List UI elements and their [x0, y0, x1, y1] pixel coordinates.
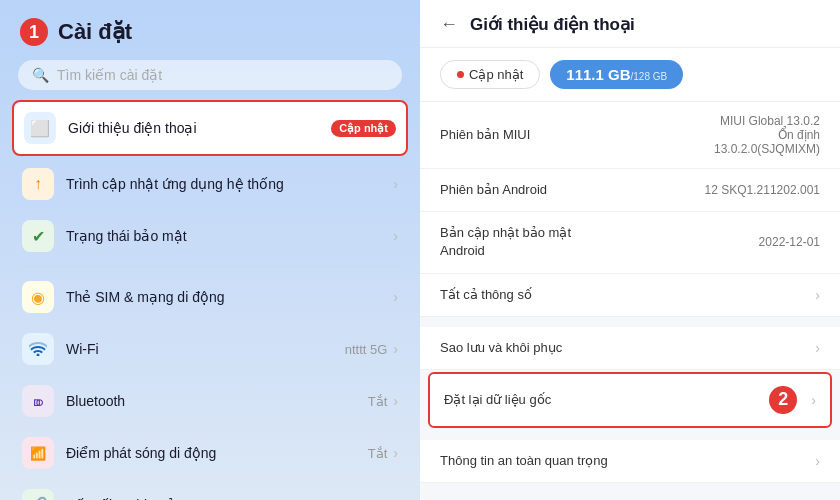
phone-icon: ⬜	[24, 112, 56, 144]
storage-sub: /128 GB	[631, 71, 668, 82]
chevron-icon: ›	[815, 340, 820, 356]
update-icon: ↑	[22, 168, 54, 200]
left-panel: 1 Cài đặt 🔍 Tìm kiếm cài đặt ⬜ Giới thiệ…	[0, 0, 420, 500]
hotspot-label: Điểm phát sóng di động	[66, 445, 356, 461]
chevron-icon: ›	[393, 445, 398, 461]
info-item-security-patch: Bản cập nhật bảo mậtAndroid 2022-12-01	[420, 212, 840, 273]
settings-item-wifi[interactable]: Wi-Fi ntttt 5G ›	[12, 323, 408, 375]
info-item-android: Phiên bản Android 12 SKQ1.211202.001	[420, 169, 840, 212]
settings-item-hotspot[interactable]: 📶 Điểm phát sóng di động Tắt ›	[12, 427, 408, 479]
factory-reset-label: Đặt lại dữ liệu gốc	[444, 391, 551, 409]
step-1-badge: 1	[20, 18, 48, 46]
hotspot-icon: 📶	[22, 437, 54, 469]
wifi-icon	[22, 333, 54, 365]
bluetooth-label: Bluetooth	[66, 393, 356, 409]
search-placeholder: Tìm kiếm cài đặt	[57, 67, 162, 83]
chevron-icon: ›	[393, 228, 398, 244]
back-button[interactable]: ←	[440, 14, 458, 35]
section-gap-2	[420, 430, 840, 440]
right-panel: ← Giới thiệu điện thoại Cập nhật 111.1 G…	[420, 0, 840, 500]
chevron-icon: ›	[393, 176, 398, 192]
android-value: 12 SKQ1.211202.001	[705, 183, 820, 197]
wifi-label: Wi-Fi	[66, 341, 333, 357]
info-list: Phiên bản MIUI MIUI Global 13.0.2Ổn định…	[420, 102, 840, 500]
settings-item-security-status[interactable]: ✔ Trạng thái bảo mật ›	[12, 210, 408, 262]
chevron-icon: ›	[811, 392, 816, 408]
chevron-icon: ›	[393, 289, 398, 305]
update-label: Cập nhật	[469, 67, 523, 82]
settings-item-sim[interactable]: ◉ Thẻ SIM & mạng di động ›	[12, 271, 408, 323]
sim-label: Thẻ SIM & mạng di động	[66, 289, 381, 305]
device-info-label: Giới thiệu điện thoại	[68, 120, 319, 136]
android-label: Phiên bản Android	[440, 181, 547, 199]
info-item-all-specs[interactable]: Tất cả thông số ›	[420, 274, 840, 317]
section-gap	[420, 317, 840, 327]
settings-item-system-update[interactable]: ↑ Trình cập nhật ứng dụng hệ thống ›	[12, 158, 408, 210]
info-item-miui: Phiên bản MIUI MIUI Global 13.0.2Ổn định…	[420, 102, 840, 169]
system-update-label: Trình cập nhật ứng dụng hệ thống	[66, 176, 381, 192]
settings-item-connections[interactable]: 🔗 Kết nối & chia sẻ ›	[12, 479, 408, 500]
left-title: Cài đặt	[58, 19, 132, 45]
left-header: 1 Cài đặt	[0, 0, 420, 54]
security-info-label: Thông tin an toàn quan trọng	[440, 452, 608, 470]
link-icon: 🔗	[22, 489, 54, 500]
all-specs-label: Tất cả thông số	[440, 286, 532, 304]
storage-bar: Cập nhật 111.1 GB/128 GB	[420, 48, 840, 102]
shield-icon: ✔	[22, 220, 54, 252]
settings-item-device-info[interactable]: ⬜ Giới thiệu điện thoại Cập nhật	[12, 100, 408, 156]
security-patch-value: 2022-12-01	[759, 235, 820, 249]
miui-value: MIUI Global 13.0.2Ổn định13.0.2.0(SJQMIX…	[714, 114, 820, 156]
security-patch-label: Bản cập nhật bảo mậtAndroid	[440, 224, 571, 260]
sim-icon: ◉	[22, 281, 54, 313]
settings-item-bluetooth[interactable]: ⎄ Bluetooth Tắt ›	[12, 375, 408, 427]
chevron-icon: ›	[393, 393, 398, 409]
right-title: Giới thiệu điện thoại	[470, 14, 635, 35]
bluetooth-icon: ⎄	[22, 385, 54, 417]
backup-label: Sao lưu và khôi phục	[440, 339, 562, 357]
settings-list: ⬜ Giới thiệu điện thoại Cập nhật ↑ Trình…	[0, 100, 420, 500]
storage-main: 111.1 GB	[566, 66, 630, 83]
search-icon: 🔍	[32, 67, 49, 83]
step-2-badge: 2	[769, 386, 797, 414]
miui-label: Phiên bản MIUI	[440, 126, 530, 144]
wifi-value: ntttt 5G	[345, 342, 388, 357]
storage-button[interactable]: 111.1 GB/128 GB	[550, 60, 683, 89]
info-item-security-info[interactable]: Thông tin an toàn quan trọng ›	[420, 440, 840, 483]
bluetooth-value: Tắt	[368, 394, 388, 409]
search-bar[interactable]: 🔍 Tìm kiếm cài đặt	[18, 60, 402, 90]
chevron-icon: ›	[393, 341, 398, 357]
chevron-icon: ›	[815, 453, 820, 469]
update-button[interactable]: Cập nhật	[440, 60, 540, 89]
hotspot-value: Tắt	[368, 446, 388, 461]
update-badge: Cập nhật	[331, 120, 396, 137]
update-dot	[457, 71, 464, 78]
chevron-icon: ›	[815, 287, 820, 303]
right-header: ← Giới thiệu điện thoại	[420, 0, 840, 48]
security-label: Trạng thái bảo mật	[66, 228, 381, 244]
divider	[22, 266, 398, 267]
info-item-factory-reset[interactable]: Đặt lại dữ liệu gốc 2 ›	[428, 372, 832, 428]
info-item-backup[interactable]: Sao lưu và khôi phục ›	[420, 327, 840, 370]
